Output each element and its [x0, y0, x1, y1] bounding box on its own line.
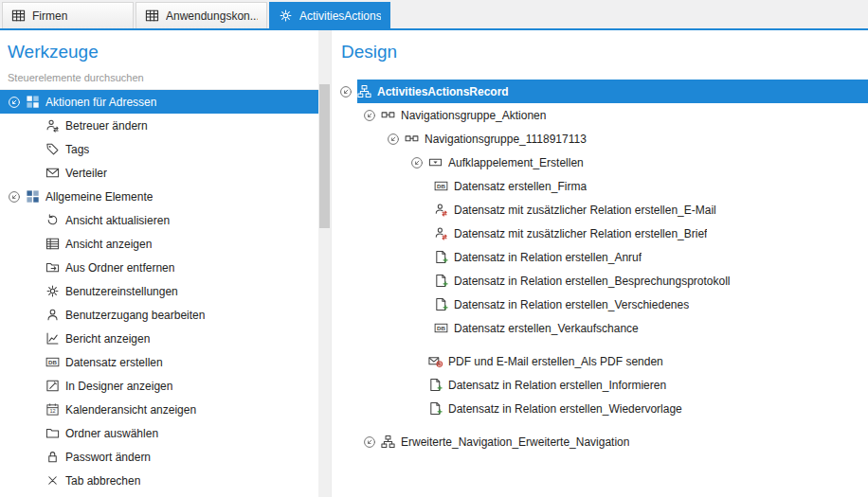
person-swap-icon — [45, 118, 60, 133]
design-node-datensatz-erstellen-verkaufschance[interactable]: DBDatensatz erstellen_Verkaufschance — [332, 316, 868, 340]
design-tree: ActivitiesActionsRecordNavigationsgruppe… — [332, 80, 868, 453]
toolbox-panel: Werkzeuge Aktionen für AdressenBetreuer … — [0, 30, 318, 497]
design-panel: Design ActivitiesActionsRecordNavigation… — [331, 30, 868, 497]
toolbox-item-verteiler[interactable]: Verteiler — [0, 161, 318, 185]
toolbox-item-ansicht-anzeigen[interactable]: Ansicht anzeigen — [0, 232, 318, 256]
expand-toggle-icon[interactable] — [363, 109, 376, 122]
tab-activitiesactions[interactable]: ActivitiesActions... — [269, 2, 390, 28]
item-label: Ansicht anzeigen — [65, 238, 152, 251]
tab-anwendungskon[interactable]: Anwendungskon... — [136, 2, 267, 28]
gear-icon — [45, 284, 60, 298]
svg-text:DB: DB — [437, 325, 445, 331]
toolbox-scrollbar[interactable] — [318, 30, 331, 497]
tab-label: Anwendungskon... — [166, 9, 258, 23]
mail-at-icon — [428, 354, 443, 368]
item-label: Kalenderansicht anzeigen — [65, 403, 196, 417]
node-label: Erweiterte_Navigation_Erweiterte_Navigat… — [401, 435, 629, 449]
svg-text:DB: DB — [437, 183, 445, 189]
toolbox-item-datensatz-erstellen[interactable]: DBDatensatz erstellen — [0, 350, 318, 374]
item-label: Verteiler — [65, 167, 107, 180]
item-label: Benutzereinstellungen — [65, 285, 178, 298]
toolbox-item-kalenderansicht-anzeigen[interactable]: 12Kalenderansicht anzeigen — [0, 398, 318, 421]
node-label: Datensatz mit zusätzlicher Relation erst… — [454, 227, 707, 240]
tab-label: ActivitiesActions... — [299, 9, 381, 23]
dropdown-icon — [428, 155, 443, 169]
svg-text:DB: DB — [48, 359, 57, 365]
expand-toggle-icon[interactable] — [8, 190, 21, 204]
design-node-datensatz-in-relation-erstellen-wiedervorlage[interactable]: Datensatz in Relation erstellen_Wiedervo… — [332, 397, 868, 420]
toolbox-item-benutzereinstellungen[interactable]: Benutzereinstellungen — [0, 279, 318, 303]
design-node-erweiterte-navigation-erweiterte-navigation[interactable]: Erweiterte_Navigation_Erweiterte_Navigat… — [332, 430, 868, 453]
sitemap-icon — [357, 84, 371, 98]
design-node-datensatz-in-relation-erstellen-anruf[interactable]: Datensatz in Relation erstellen_Anruf — [332, 245, 868, 269]
toolbox-item-benutzerzugang-bearbeiten[interactable]: Benutzerzugang bearbeiten — [0, 303, 318, 327]
sitemap-icon — [381, 435, 395, 449]
toolbox-item-in-designer-anzeigen[interactable]: In Designer anzeigen — [0, 374, 318, 398]
design-node-aufklappelement-erstellen[interactable]: Aufklappelement_Erstellen — [332, 151, 868, 174]
calendar-icon: 12 — [45, 402, 60, 417]
doc-plus-icon — [434, 274, 448, 288]
toolbox-title: Werkzeuge — [0, 30, 318, 62]
expand-toggle-icon[interactable] — [8, 96, 21, 109]
envelope-icon — [45, 166, 60, 180]
item-label: Ordner auswählen — [65, 427, 158, 440]
node-label: PDF und E-Mail erstellen_Als PDF senden — [448, 355, 663, 368]
design-node-datensatz-in-relation-erstellen-verschiedenes[interactable]: Datensatz in Relation erstellen_Verschie… — [332, 293, 868, 316]
main-area: Werkzeuge Aktionen für AdressenBetreuer … — [0, 30, 868, 497]
nav-group-icon — [381, 108, 395, 122]
tab-bar: FirmenAnwendungskon...ActivitiesActions.… — [0, 0, 868, 30]
toolbox-item-ordner-auswählen[interactable]: Ordner auswählen — [0, 421, 318, 445]
design-node-navigationsgruppe-1118917113[interactable]: Navigationsgruppe_1118917113 — [332, 127, 868, 151]
toolbox-group-aktionen-für-adressen[interactable]: Aktionen für Adressen — [0, 90, 318, 114]
node-label: Datensatz in Relation erstellen_Anruf — [454, 251, 642, 264]
item-label: Aus Ordner entfernen — [65, 261, 174, 275]
expand-toggle-icon[interactable] — [387, 133, 400, 146]
scrollbar-thumb[interactable] — [319, 84, 330, 228]
group-label: Aktionen für Adressen — [45, 96, 156, 109]
item-label: Datensatz erstellen — [65, 356, 163, 369]
node-label: Datensatz mit zusätzlicher Relation erst… — [454, 204, 716, 217]
design-node-datensatz-mit-zusätzlicher-relation-erstellen-brief[interactable]: Datensatz mit zusätzlicher Relation erst… — [332, 222, 868, 245]
item-label: Tags — [65, 143, 89, 156]
item-label: In Designer anzeigen — [65, 380, 172, 393]
design-title: Design — [332, 30, 868, 62]
node-label: Navigationsgruppe_1118917113 — [425, 133, 587, 146]
doc-plus-icon — [428, 401, 443, 416]
toolbox-item-aus-ordner-entfernen[interactable]: Aus Ordner entfernen — [0, 256, 318, 279]
person-icon — [45, 308, 60, 322]
design-node-datensatz-erstellen-firma[interactable]: DBDatensatz erstellen_Firma — [332, 174, 868, 198]
x-mark-icon — [45, 473, 60, 488]
search-box — [0, 62, 318, 90]
design-node-navigationsgruppe-aktionen[interactable]: Navigationsgruppe_Aktionen — [332, 103, 868, 127]
search-input[interactable] — [8, 72, 263, 83]
expand-toggle-icon[interactable] — [410, 156, 424, 169]
toolbox-item-betreuer-ändern[interactable]: Betreuer ändern — [0, 114, 318, 137]
group-label: Allgemeine Elemente — [45, 190, 153, 204]
toolbox-item-passwort-ändern[interactable]: Passwort ändern — [0, 445, 318, 469]
design-node-activitiesactionsrecord[interactable]: ActivitiesActionsRecord — [332, 80, 868, 103]
design-node-datensatz-mit-zusätzlicher-relation-erstellen-e-mail[interactable]: Datensatz mit zusätzlicher Relation erst… — [332, 198, 868, 222]
toolbox-item-ansicht-aktualisieren[interactable]: Ansicht aktualisieren — [0, 208, 318, 232]
gear-icon — [279, 9, 293, 23]
expand-toggle-icon[interactable] — [363, 435, 376, 449]
doc-plus-icon — [428, 378, 443, 392]
chart-icon — [45, 331, 60, 346]
node-label: Datensatz erstellen_Firma — [454, 180, 587, 193]
design-node-datensatz-in-relation-erstellen-besprechungsprotokoll[interactable]: Datensatz in Relation erstellen_Besprech… — [332, 269, 868, 293]
design-node-datensatz-in-relation-erstellen-informieren[interactable]: Datensatz in Relation erstellen_Informie… — [332, 373, 868, 397]
toolbox-tree: Aktionen für AdressenBetreuer ändernTags… — [0, 90, 318, 492]
toolbox-group-allgemeine-elemente[interactable]: Allgemeine Elemente — [0, 185, 318, 208]
folder-icon — [45, 426, 60, 440]
toolbox-item-tab-abbrechen[interactable]: Tab abbrechen — [0, 469, 318, 492]
edit-icon — [45, 379, 60, 393]
node-label: Datensatz in Relation erstellen_Verschie… — [454, 298, 689, 311]
tab-firmen[interactable]: Firmen — [2, 2, 134, 28]
tag-icon — [45, 142, 60, 156]
toolbox-item-bericht-anzeigen[interactable]: Bericht anzeigen — [0, 327, 318, 350]
design-node-pdf-und-e-mail-erstellen-als-pdf-senden[interactable]: PDF und E-Mail erstellen_Als PDF senden — [332, 349, 868, 373]
lock-icon — [45, 450, 60, 464]
doc-plus-icon — [434, 297, 448, 311]
toolbox-item-tags[interactable]: Tags — [0, 137, 318, 161]
expand-toggle-icon[interactable] — [339, 85, 353, 98]
item-label: Ansicht aktualisieren — [65, 214, 170, 227]
